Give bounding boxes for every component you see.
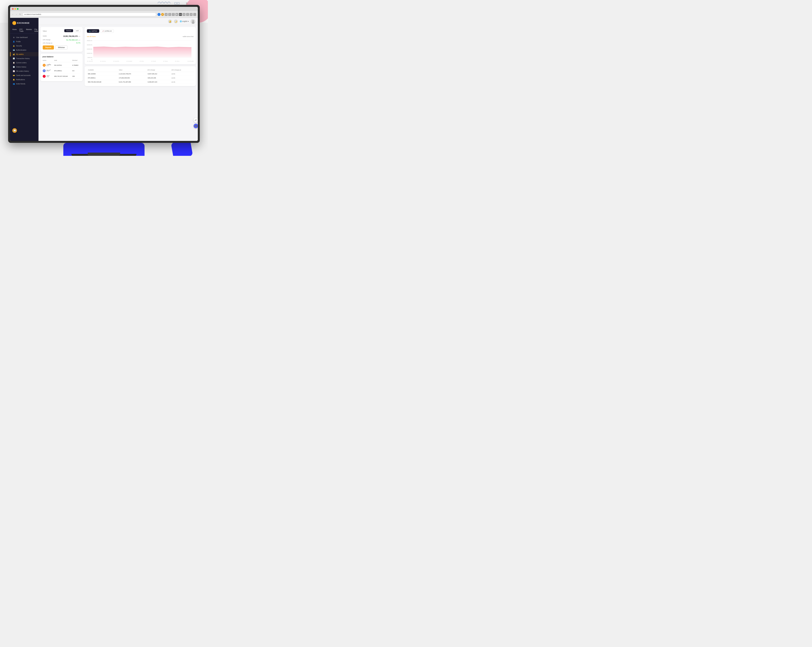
- tx-history-icon: 📊: [13, 58, 15, 59]
- chevron-down-icon: ▾: [188, 20, 189, 22]
- chat-bubble-btn[interactable]: 💬: [12, 128, 17, 133]
- url-bar[interactable]: ce.datest.ir/user/wallets: [23, 13, 156, 16]
- chart-title: wallet-area-chart: [183, 36, 194, 37]
- lang-text: english: [182, 20, 188, 22]
- moon-icon[interactable]: 🌙: [174, 20, 178, 23]
- svg-point-6: [192, 22, 194, 24]
- wallet-overview-card: Value Tooman usdt Wallet 19,991,768,036,…: [40, 27, 82, 52]
- portfolio-change-pc: -0.5 %: [170, 72, 194, 76]
- nav-p2p-trade[interactable]: P2p trade: [34, 29, 38, 32]
- svg-text:25000 B: 25000 B: [87, 40, 92, 41]
- chart-icon: 📈: [102, 30, 104, 32]
- sidebar-item-security[interactable]: 🔒 Security: [10, 44, 38, 48]
- browser-top-bar: [10, 7, 198, 11]
- flag-icon: 🌐: [180, 20, 182, 22]
- tooman-tab[interactable]: Tooman: [64, 29, 73, 32]
- coin-blocked: 263: [72, 74, 80, 79]
- wallet-balance-row: Wallet 19,991,768,036,378 IRT: [43, 35, 80, 38]
- sidebar-item-orders-history[interactable]: 🕐 Orders history: [10, 65, 38, 69]
- back-btn[interactable]: ←: [12, 13, 14, 15]
- browser-avatar-17: 17: [157, 13, 160, 16]
- otc-orders-icon: 📈: [13, 70, 15, 72]
- browser-icon-2[interactable]: ✎: [168, 13, 171, 16]
- chart-card: 📺 realTime 📈 profit&Lost: [85, 27, 196, 64]
- coin-icon-trx: T: [43, 75, 46, 78]
- svg-text:20000 B: 20000 B: [87, 44, 92, 46]
- wallet-label: Wallet: [43, 35, 47, 37]
- portfolio-table-row: 875.680911 173,662,830,954 -529,223,336 …: [87, 76, 194, 80]
- balance-card: your-balance name total blocked: [40, 54, 82, 81]
- maximize-window-btn[interactable]: [17, 8, 18, 10]
- translate-float-btn[interactable]: Aᴬ: [194, 118, 198, 122]
- coin-name: ترون: [46, 75, 50, 76]
- nav-markets[interactable]: Markets: [26, 29, 32, 32]
- sidebar-items: ⊞ User dashboard 👤 Profile 🔒 Security 🪪 …: [10, 35, 38, 141]
- see-charts-link[interactable]: see-all-charts: [87, 36, 96, 37]
- laptop-frame: ← → ↻ ce.datest.ir/user/wallets 17 38 ⊕ …: [8, 5, 200, 143]
- change-pc-value: 0.3 %: [76, 42, 80, 44]
- x-label-3: ۱۴۰۲/۱۲/۱۹: [113, 61, 119, 62]
- balance-table-row: B بیتکوین BTC 591.947811 6.784802: [43, 62, 80, 68]
- sidebar-item-cards-and-accounts[interactable]: 💳 Cards and accounts: [10, 73, 38, 78]
- sidebar-label-invite-friends: Invite friends: [16, 83, 25, 85]
- new-badge-btn[interactable]: New: [179, 13, 182, 16]
- sidebar-item-current-orders[interactable]: 📋 Current orders: [10, 61, 38, 65]
- change-label: 24h-change: [43, 39, 50, 41]
- withdraw-button[interactable]: Withdraw: [55, 46, 67, 50]
- sidebar-item-authentication[interactable]: 🪪 Authentication: [10, 48, 38, 52]
- x-label-2: ۱۴۰۲/۱۲/۱۶: [100, 61, 106, 62]
- sidebar-item-profile[interactable]: 👤 Profile: [10, 40, 38, 44]
- tab-profit-lost[interactable]: 📈 profit&Lost: [100, 29, 114, 33]
- browser-icon-4[interactable]: ▶: [176, 13, 178, 16]
- browser-icon-7[interactable]: ⊡: [190, 13, 192, 16]
- nav-otc-trade[interactable]: OTC Trade: [19, 29, 24, 32]
- coin-icon-eth: E: [43, 69, 46, 72]
- tab-realtime[interactable]: 📺 realTime: [87, 29, 99, 33]
- sidebar-item-transaction-history[interactable]: 📊 Transaction history: [10, 56, 38, 61]
- value-tabs: Tooman usdt: [64, 29, 80, 32]
- col-blocked: blocked: [72, 59, 80, 62]
- browser-icon-3[interactable]: 🛡: [172, 13, 175, 16]
- browser-icon-1[interactable]: ⊕: [165, 13, 168, 16]
- forward-btn[interactable]: →: [15, 13, 18, 15]
- sidebar-item-user-dashboard[interactable]: ⊞ User dashboard: [10, 35, 38, 40]
- change-pc-label: 24h-change-pc: [43, 42, 52, 44]
- sidebar: ⚡ EXCHANGE Home OTC Trade Markets P2p tr…: [10, 18, 38, 141]
- url-text: ce.datest.ir/user/wallets: [24, 14, 41, 15]
- browser-icon-5[interactable]: ⊞: [183, 13, 185, 16]
- minimize-window-btn[interactable]: [14, 8, 16, 10]
- svg-rect-0: [175, 2, 177, 5]
- usdt-tab[interactable]: usdt: [74, 29, 80, 32]
- svg-text:15000 B: 15000 B: [87, 49, 92, 50]
- th-available: Available: [87, 68, 118, 72]
- value-label: Value: [43, 30, 47, 32]
- discord-float-btn[interactable]: 🎮: [194, 124, 198, 128]
- sidebar-item-invite-friends[interactable]: 👥 Invite friends: [10, 82, 38, 86]
- sidebar-item-otc-orders-history[interactable]: 📈 Otc orders history: [10, 69, 38, 73]
- close-window-btn[interactable]: [12, 8, 14, 10]
- sidebar-label-current-orders: Current orders: [16, 62, 26, 64]
- sidebar-label-transaction-history: Transaction history: [16, 58, 30, 59]
- portfolio-available: 585.163008: [87, 72, 118, 76]
- browser-icon-8[interactable]: ⋮: [193, 13, 196, 16]
- change-currency: IRT: [78, 40, 80, 41]
- coin-name: بیتکوین: [46, 64, 51, 65]
- wallets-icon: 💰: [13, 53, 15, 55]
- invite-icon: 👥: [13, 83, 15, 85]
- nav-home[interactable]: Home: [12, 29, 17, 32]
- sidebar-label-notifications: Notifications: [16, 79, 25, 81]
- security-icon: 🔒: [13, 45, 15, 47]
- bell-icon[interactable]: 🔔: [168, 20, 172, 23]
- user-avatar[interactable]: [191, 19, 195, 24]
- x-label-6: ۱۴۰۳/۱/۴: [151, 61, 156, 62]
- sidebar-item-notifications[interactable]: 🔔 Notifications: [10, 78, 38, 82]
- deposit-button[interactable]: Deposit: [43, 46, 54, 50]
- sidebar-item-my-wallets[interactable]: 💰 My wallets: [10, 52, 38, 56]
- browser-icon-6[interactable]: ⤓: [186, 13, 189, 16]
- left-panel: Value Tooman usdt Wallet 19,991,768,036,…: [40, 27, 82, 141]
- chart-svg: 25000 B 20000 B 15000 B 10000 B 5000 B 0: [87, 39, 194, 60]
- lang-selector[interactable]: 🌐 english ▾: [180, 20, 189, 22]
- coin-cell: E اتریوم ETH: [43, 68, 54, 73]
- coin-cell: B بیتکوین BTC: [43, 62, 54, 68]
- reload-btn[interactable]: ↻: [19, 13, 21, 15]
